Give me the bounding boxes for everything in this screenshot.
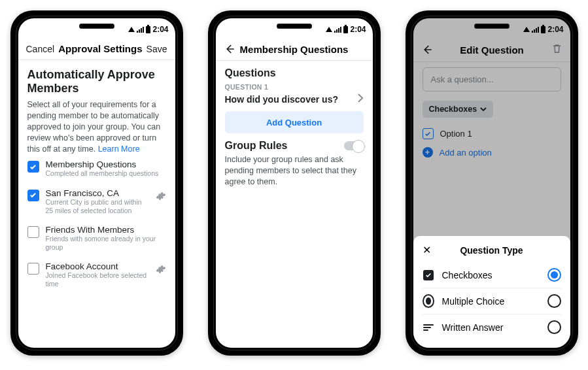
question-row[interactable]: How did you discover us? — [225, 91, 364, 111]
approval-requirement-row[interactable]: Friends With MembersFriends with somone … — [27, 220, 166, 256]
battery-icon — [146, 26, 150, 33]
gear-icon[interactable] — [156, 191, 166, 201]
page-title: Edit Question — [460, 44, 524, 56]
option-label: Option 1 — [440, 129, 472, 139]
delete-button[interactable] — [551, 43, 562, 56]
signal-icon — [523, 27, 530, 32]
requirement-subtitle: Completed all membership questions — [46, 169, 166, 178]
add-option-label: Add an option — [440, 148, 492, 158]
section-heading: Automatically Approve Members — [27, 68, 166, 95]
learn-more-link[interactable]: Learn More — [98, 144, 140, 154]
add-option-row[interactable]: + Add an option — [423, 143, 561, 161]
radio-button[interactable] — [547, 268, 561, 282]
requirement-title: San Francisco, CA — [46, 188, 149, 198]
requirement-title: Facebook Account — [46, 261, 149, 271]
group-rules-toggle[interactable] — [344, 141, 364, 150]
requirement-subtitle: Joined Facebook before selected time — [46, 271, 149, 288]
question-type-selector[interactable]: Checkboxes — [423, 101, 494, 118]
requirement-subtitle: Current City is public and within 25 mil… — [46, 198, 149, 214]
question-type-sheet: ✕ Question Type CheckboxesMultiple Choic… — [413, 236, 570, 348]
option-checkbox[interactable] — [423, 128, 434, 139]
radio-button[interactable] — [547, 320, 561, 334]
question-type-label: Checkboxes — [442, 270, 493, 280]
chevron-right-icon — [357, 93, 364, 105]
sheet-title: Question Type — [460, 245, 523, 256]
option-row[interactable]: Option 1 — [423, 124, 561, 143]
question-type-label: Written Answer — [442, 322, 504, 333]
requirement-checkbox[interactable] — [27, 161, 39, 173]
question-type-option[interactable]: Checkboxes — [423, 262, 561, 288]
close-sheet-button[interactable]: ✕ — [423, 244, 431, 256]
question-input[interactable]: Ask a question... — [423, 67, 561, 92]
clock: 2:04 — [152, 25, 168, 34]
approval-requirement-row[interactable]: San Francisco, CACurrent City is public … — [27, 183, 166, 220]
phone-approval-settings: 2:04 Cancel Approval Settings Save Autom… — [10, 10, 183, 356]
requirement-checkbox[interactable] — [27, 263, 39, 275]
text-lines-icon — [423, 324, 434, 331]
requirement-subtitle: Friends with somone already in your grou… — [46, 235, 166, 251]
gear-icon[interactable] — [156, 264, 166, 275]
question-type-option[interactable]: Written Answer — [423, 314, 561, 340]
approval-requirement-row[interactable]: Facebook AccountJoined Facebook before s… — [27, 256, 166, 293]
radio-icon — [423, 294, 434, 308]
signal-icon — [128, 27, 135, 32]
chevron-down-icon — [480, 106, 487, 112]
clock: 2:04 — [350, 25, 366, 34]
requirement-checkbox[interactable] — [27, 190, 39, 201]
page-title: Membership Questions — [240, 44, 349, 55]
phone-edit-question: 2:04 Edit Question Ask a question... Che… — [406, 10, 578, 356]
radio-button[interactable] — [547, 294, 561, 308]
section-group-rules: Group Rules — [225, 140, 364, 152]
back-button[interactable] — [421, 44, 433, 56]
cell-icon — [137, 26, 144, 33]
save-button[interactable]: Save — [147, 44, 167, 54]
page-title: Approval Settings — [58, 43, 142, 54]
battery-icon — [343, 26, 348, 33]
cell-icon — [334, 26, 341, 33]
cancel-button[interactable]: Cancel — [26, 44, 55, 54]
approval-requirement-row[interactable]: Membership QuestionsCompleted all member… — [27, 154, 166, 183]
phone-membership-questions: 2:04 Membership Questions Questions QUES… — [208, 10, 381, 356]
section-description: Select all of your requirements for a pe… — [27, 99, 166, 154]
signal-icon — [326, 27, 332, 32]
group-rules-description: Include your group rules and ask pending… — [225, 154, 364, 188]
section-questions: Questions — [225, 67, 364, 79]
cell-icon — [532, 26, 539, 33]
checkbox-icon — [423, 270, 434, 280]
question-index-label: QUESTION 1 — [225, 83, 364, 91]
requirement-checkbox[interactable] — [27, 226, 39, 238]
requirement-title: Membership Questions — [46, 160, 166, 169]
add-question-button[interactable]: Add Question — [225, 111, 364, 133]
question-type-label: Multiple Choice — [442, 296, 505, 307]
battery-icon — [541, 26, 545, 33]
question-type-option[interactable]: Multiple Choice — [423, 288, 561, 314]
requirement-title: Friends With Members — [46, 225, 166, 235]
back-button[interactable] — [224, 43, 235, 55]
plus-icon: + — [423, 147, 433, 158]
clock: 2:04 — [547, 25, 563, 34]
question-text: How did you discover us? — [225, 94, 338, 105]
